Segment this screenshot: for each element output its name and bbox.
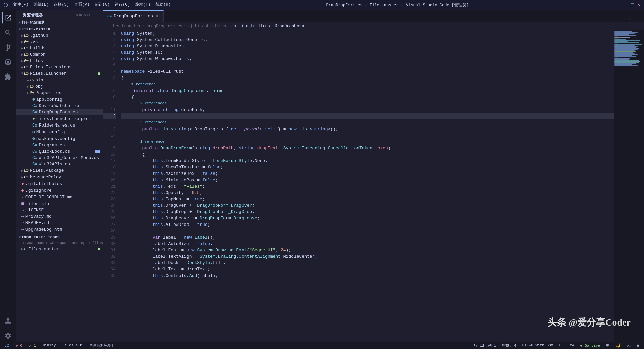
input-method[interactable]: 中 <box>605 343 611 348</box>
tree-item-code-of-conduct[interactable]: ✓ CODE_OF_CONDUCT.md <box>16 194 103 200</box>
activity-explorer[interactable] <box>2 12 14 24</box>
menu-view[interactable]: 查看(V) <box>74 2 90 8</box>
menu-terminal[interactable]: 终端(T) <box>135 2 151 8</box>
error-count[interactable]: ⊗ 0 <box>14 343 24 348</box>
tree-item-label: .vs <box>30 39 38 44</box>
menu-edit[interactable]: 编辑(E) <box>34 2 49 8</box>
code-line-8: { <box>121 75 614 81</box>
open-editors-section[interactable]: ▶ 打开的编辑器 <box>16 19 103 26</box>
indentation[interactable]: 空格: 4 <box>501 343 518 348</box>
tree-item-packages[interactable]: ⚙ packages.config <box>16 135 103 142</box>
tree-item-gitignore[interactable]: ◆ .gitignore <box>16 187 103 194</box>
tree-item-dragdropform[interactable]: C# DragDropForm.cs <box>16 109 103 115</box>
tree-item-privacy[interactable]: ↔ Privacy.md <box>16 213 103 220</box>
tree-item-files-extensions[interactable]: ▶ 🗁 Files.Extensions <box>16 64 103 70</box>
activity-settings[interactable] <box>2 330 14 342</box>
menu-file[interactable]: 文件(F) <box>13 2 29 8</box>
sln-status[interactable]: Files.sln <box>61 343 84 347</box>
refresh-icon[interactable]: ↻ <box>84 13 86 17</box>
more-actions-icon[interactable]: ··· <box>633 17 641 22</box>
tree-item-files[interactable]: ▶ 🗁 Files <box>16 58 103 64</box>
tree-item-messagerelay[interactable]: ▶ 🗁 MessageRelay <box>16 174 103 180</box>
close-button[interactable]: ✕ <box>638 2 641 8</box>
window-controls[interactable]: ─ □ ✕ <box>624 2 641 8</box>
go-live-button[interactable]: ⊕ Go Live <box>579 343 601 348</box>
vscode-logo[interactable]: ⬡ <box>3 2 8 8</box>
minify-status[interactable]: Minify <box>41 343 57 347</box>
extra-icons[interactable]: ⊙⊙ <box>625 343 632 348</box>
tree-item-github[interactable]: ▶ 🗁 .github <box>16 32 103 39</box>
activity-extensions[interactable] <box>2 71 14 83</box>
tree-item-csproj[interactable]: ◈ Files.Launcher.csproj <box>16 115 103 122</box>
tree-item-readme[interactable]: ↔ README.md <box>16 220 103 226</box>
breadcrumb-ns[interactable]: {} FilesFullTrust <box>187 24 228 29</box>
tree-item-nlog[interactable]: ⚙ NLog.config <box>16 129 103 135</box>
tree-item-app-config[interactable]: ⚙ app.config <box>16 96 103 103</box>
tree-item-files-sln[interactable]: ⊞ Files.sln <box>16 200 103 207</box>
tree-item-devicewatcher[interactable]: C# DeviceWatcher.cs <box>16 103 103 109</box>
split-editor-icon[interactable]: ⊡ <box>628 16 630 22</box>
tree-item-label: Files.Launcher.csproj <box>36 116 91 121</box>
breadcrumb-file[interactable]: DragDropForm.cs <box>146 24 182 29</box>
tree-item-files-package[interactable]: ▶ 🗁 Files.Package <box>16 167 103 174</box>
menu-goto[interactable]: 转到(G) <box>94 2 110 8</box>
grid-icon[interactable]: ⊞ <box>636 343 641 348</box>
menu-help[interactable]: 帮助(H) <box>155 2 171 8</box>
tree-item-obj[interactable]: ▶ 🗁 obj <box>16 83 103 90</box>
tree-item-license[interactable]: ↔ LICENSE <box>16 207 103 213</box>
code-editor[interactable]: using System; using System.Collections.G… <box>118 30 614 342</box>
activity-git[interactable] <box>2 41 14 53</box>
tree-item-common[interactable]: ▶ 🗁 Common <box>16 51 103 58</box>
tree-item-win32api-contextmenu[interactable]: C# Win32API_ContextMenu.cs <box>16 155 103 161</box>
editor-actions[interactable]: ⊡ ··· <box>624 16 644 22</box>
menu-select[interactable]: 选择(S) <box>54 2 69 8</box>
tree-item-builds[interactable]: ▶ 🗁 builds <box>16 45 103 51</box>
tree-item-vs[interactable]: ▶ 🗁 .vs <box>16 39 103 45</box>
tab-dragdropform[interactable]: C# DragDropForm.cs × <box>103 10 164 22</box>
menu-bar[interactable]: ⬡ 文件(F) 编辑(E) 选择(S) 查看(V) 转到(G) 运行(G) 终端… <box>3 2 171 8</box>
sidebar-header-icons[interactable]: ⊕ ⊞ ↻ ⊟ ··· <box>76 13 99 17</box>
warning-count[interactable]: △ 1 <box>28 343 37 348</box>
sidebar-header: 资源管理器 ⊕ ⊞ ↻ ⊟ ··· <box>16 10 103 19</box>
files-master-section[interactable]: ▼ FILES-MASTER <box>16 26 103 32</box>
new-folder-icon[interactable]: ⊞ <box>79 13 82 17</box>
tree-item-program[interactable]: C# Program.cs <box>16 142 103 148</box>
activity-account[interactable] <box>2 315 14 327</box>
tree-item-quicklook[interactable]: C# QuickLook.cs 1 <box>16 148 103 155</box>
git-branch-status[interactable]: ⎇ <box>3 343 10 348</box>
minimize-button[interactable]: ─ <box>624 2 627 8</box>
encoding[interactable]: UTF-8 with BOM <box>521 343 554 347</box>
cursor-position[interactable]: 行 12，列 1 <box>473 343 497 348</box>
analysis-status[interactable]: 单词分析完毕! <box>88 343 115 348</box>
tree-item-files-launcher[interactable]: ▼ 🗁 Files.Launcher <box>16 70 103 77</box>
moon-icon[interactable]: 🌙 <box>614 343 622 348</box>
tree-item-gitattributes[interactable]: ◆ .gitattributes <box>16 180 103 187</box>
maximize-button[interactable]: □ <box>631 2 634 8</box>
line-ending[interactable]: LF <box>558 343 565 347</box>
menu-run[interactable]: 运行(G) <box>115 2 130 8</box>
collapse-icon[interactable]: ⊟ <box>88 13 90 17</box>
activity-debug[interactable] <box>2 56 14 68</box>
minimap[interactable] <box>614 30 644 342</box>
tree-item-upgradelog[interactable]: ↔ UpgradeLog.htm <box>16 226 103 233</box>
breadcrumb-launcher[interactable]: Files.Launcher <box>107 24 141 29</box>
more-icon[interactable]: ··· <box>91 13 99 17</box>
todo-tree-files-master[interactable]: ▶ ⊕ Files-master <box>16 246 103 252</box>
todo-tree-header[interactable]: ▼ TODO TREE: TODOS <box>16 234 103 240</box>
tree-item-foldernames[interactable]: C# FolderNames.cs <box>16 122 103 129</box>
new-file-icon[interactable]: ⊕ <box>76 13 78 17</box>
code-line-33: label.Dock = DockStyle.Fill; <box>121 260 614 266</box>
tree-item-properties[interactable]: ▶ 🗁 Properties <box>16 90 103 96</box>
activity-search[interactable] <box>2 27 14 39</box>
tree-item-bin[interactable]: ▶ 🗁 bin <box>16 77 103 83</box>
editor-content[interactable]: 1 2 3 4 5 6 7 8 9 10 11 12 13 14 15 16 1… <box>103 30 644 342</box>
line-num-8: 8 <box>103 75 116 81</box>
activity-bar <box>0 10 16 342</box>
tab-close-button[interactable]: × <box>155 13 159 20</box>
code-line-17: this.FormBorderStyle = FormBorderStyle.N… <box>121 158 614 164</box>
tree-item-win32apis[interactable]: C# Win32APIs.cs <box>16 161 103 167</box>
line-num-22: 22 <box>103 190 116 196</box>
language-mode[interactable]: C# <box>568 343 575 347</box>
code-line-26: this.DragLeave += DragDropForm_DragLeave… <box>121 215 614 221</box>
breadcrumb-class[interactable]: ⊕ FilesFullTrust.DragDropForm <box>234 23 304 29</box>
